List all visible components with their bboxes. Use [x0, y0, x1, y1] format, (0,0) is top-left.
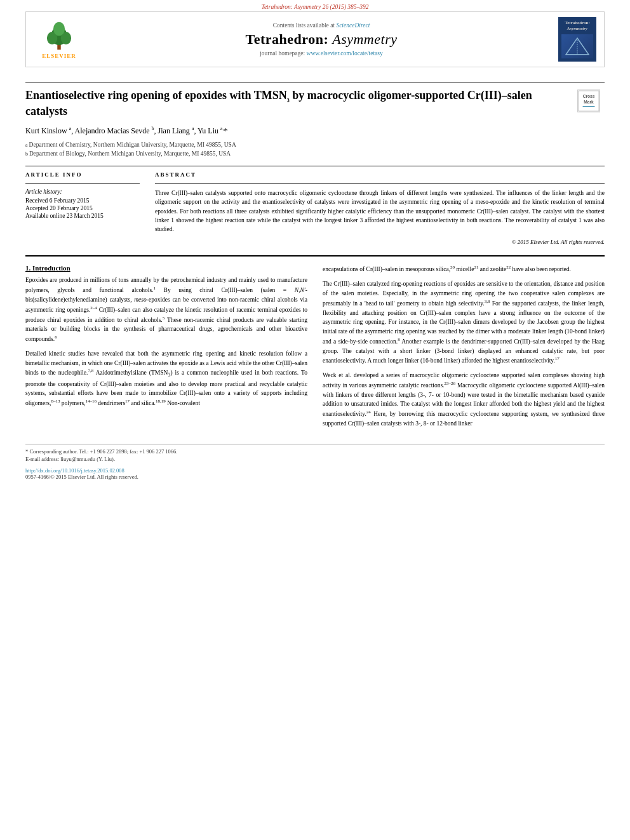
accepted-date: Accepted 20 February 2015	[25, 205, 140, 211]
body-two-col: 1. Introduction Epoxides are produced in…	[25, 264, 605, 433]
email-note: E-mail address: liuyu@nmu.edu (Y. Liu).	[25, 456, 605, 462]
journal-name: Tetrahedron: Asymmetry	[95, 31, 548, 48]
article-main: Enantioselective ring opening of epoxide…	[25, 67, 605, 480]
body-left-col: 1. Introduction Epoxides are produced in…	[25, 264, 307, 433]
top-divider	[25, 83, 605, 83]
journal-banner: ELSEVIER Contents lists available at Sci…	[25, 11, 605, 67]
corresponding-author-note: * Corresponding author. Tel.: +1 906 227…	[25, 448, 605, 455]
info-divider	[25, 183, 140, 183]
received-date: Received 6 February 2015	[25, 197, 140, 204]
journal-ref: Tetrahedron: Asymmetry 26 (2015) 385–392	[0, 0, 630, 11]
section1-right-para2: The Cr(III)–salen catalyzed ring-opening…	[323, 279, 605, 366]
mid-divider	[25, 166, 605, 166]
doi-line: http://dx.doi.org/10.1016/j.tetasy.2015.…	[25, 467, 605, 474]
svg-text:Cross: Cross	[583, 94, 595, 98]
available-date: Available online 23 March 2015	[25, 213, 140, 219]
elsevier-tree-icon	[40, 20, 78, 51]
svg-text:Mark: Mark	[584, 100, 594, 104]
homepage-url[interactable]: www.elsevier.com/locate/tetasy	[307, 50, 383, 57]
article-info-col: ARTICLE INFO Article history: Received 6…	[25, 171, 140, 245]
sciencedirect-link[interactable]: ScienceDirect	[336, 22, 370, 29]
crossmark[interactable]: Cross Mark	[573, 88, 605, 114]
elsevier-label: ELSEVIER	[42, 53, 76, 59]
section-divider	[25, 255, 605, 257]
article-title: Enantioselective ring opening of epoxide…	[25, 88, 605, 119]
abstract-label: ABSTRACT	[155, 171, 605, 178]
article-info-label: ARTICLE INFO	[25, 171, 140, 178]
tetrahedron-thumbnail: Tetrahedron:Asymmetry	[558, 17, 596, 62]
affiliations: a Department of Chemistry, Northern Mich…	[25, 140, 605, 159]
abstract-divider	[155, 183, 605, 183]
section1-para1: Epoxides are produced in millions of ton…	[25, 276, 307, 344]
authors-line: Kurt Kinslow a, Alejandro Macias Sevde b…	[25, 125, 605, 137]
section1-para2: Detailed kinetic studies have revealed t…	[25, 349, 307, 408]
abstract-text: Three Cr(III)–salen catalysts supported …	[155, 189, 605, 234]
sciencedirect-line: Contents lists available at ScienceDirec…	[95, 22, 548, 29]
section1-right-para1: encapsulations of Cr(III)–salen in mesop…	[323, 264, 605, 274]
article-history-label: Article history:	[25, 189, 140, 195]
issn-line: 0957-4166/© 2015 Elsevier Ltd. All right…	[25, 474, 605, 480]
abstract-col: ABSTRACT Three Cr(III)–salen catalysts s…	[155, 171, 605, 245]
section1-heading: 1. Introduction	[25, 264, 307, 272]
copyright-line: © 2015 Elsevier Ltd. All rights reserved…	[155, 239, 605, 245]
footnote-section: * Corresponding author. Tel.: +1 906 227…	[25, 444, 605, 480]
journal-homepage: journal homepage: www.elsevier.com/locat…	[95, 50, 548, 57]
crossmark-icon: Cross Mark	[577, 90, 600, 112]
elsevier-logo: ELSEVIER	[34, 20, 84, 59]
journal-title-block: Contents lists available at ScienceDirec…	[95, 22, 548, 57]
body-right-col: encapsulations of Cr(III)–salen in mesop…	[323, 264, 605, 433]
section1-right-para3: Weck et al. developed a series of macroc…	[323, 371, 605, 429]
article-info-abstract: ARTICLE INFO Article history: Received 6…	[25, 171, 605, 245]
svg-point-4	[53, 22, 65, 36]
